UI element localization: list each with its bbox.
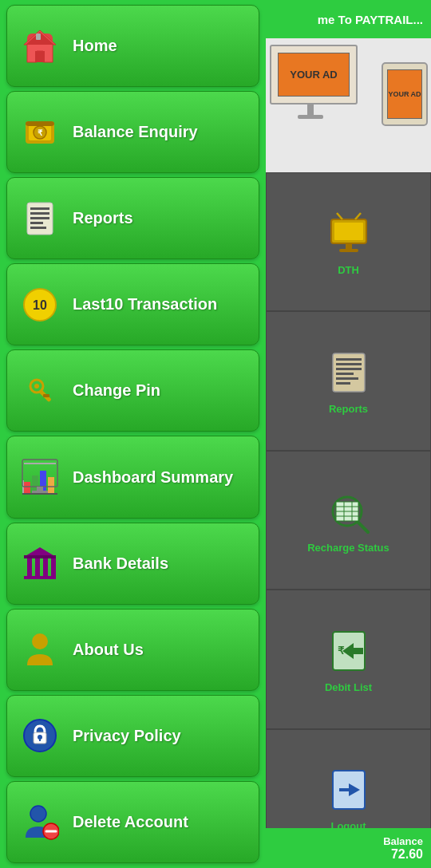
grid-item-recharge-status[interactable]: Recharge Status: [266, 451, 431, 590]
ad-banner: YOUR AD YOUR AD: [266, 38, 431, 172]
balance-bar: Balance 72.60: [266, 828, 431, 868]
svg-rect-27: [24, 463, 56, 464]
menu-item-balance-enquiry[interactable]: ₹ Balance Enquiry: [6, 91, 259, 173]
menu-item-delete-account[interactable]: Delete Account: [6, 781, 259, 863]
svg-rect-37: [24, 576, 56, 579]
svg-line-50: [355, 213, 361, 219]
svg-point-20: [34, 384, 39, 389]
menu-item-change-pin[interactable]: Change Pin: [6, 349, 259, 432]
tv-icon: [323, 208, 374, 259]
menu-item-dashboard-summary[interactable]: Dashboard Summary: [6, 436, 259, 518]
menu-item-bank-details[interactable]: Bank Details: [6, 523, 259, 605]
bank-icon: [18, 542, 61, 585]
svg-text:₹: ₹: [38, 128, 43, 137]
menu-item-privacy-policy[interactable]: Privacy Policy: [6, 695, 259, 777]
svg-rect-57: [336, 373, 354, 375]
svg-rect-36: [51, 558, 56, 576]
svg-rect-34: [35, 558, 40, 576]
menu-label-change-pin: Change Pin: [73, 381, 160, 400]
svg-rect-22: [24, 482, 30, 493]
grid-item-reports[interactable]: Reports: [266, 311, 431, 450]
svg-rect-21: [43, 394, 49, 397]
menu-label-reports: Reports: [73, 209, 133, 227]
menu-label-about-us: About Us: [73, 641, 144, 659]
balance-amount: 72.60: [274, 847, 423, 862]
debit-icon: ₹: [323, 625, 374, 677]
svg-line-49: [337, 213, 342, 219]
svg-text:10: 10: [33, 298, 47, 312]
menu-label-dashboard-summary: Dashboard Summary: [73, 468, 233, 487]
grid-items: DTH Reports: [266, 172, 431, 868]
aboutus-icon: [18, 628, 61, 671]
grid-item-debit-list[interactable]: ₹ Debit List: [266, 590, 431, 728]
svg-rect-11: [30, 207, 49, 210]
menu-label-home: Home: [73, 37, 117, 55]
reports-grid-icon: [323, 347, 374, 398]
svg-rect-48: [334, 223, 363, 240]
recharge-icon: [323, 486, 374, 537]
svg-text:₹: ₹: [338, 645, 345, 657]
home-icon: [18, 25, 61, 68]
svg-rect-4: [36, 34, 41, 40]
svg-point-44: [30, 806, 46, 822]
svg-rect-31: [32, 491, 48, 493]
grid-item-dth-label: DTH: [338, 264, 359, 276]
ad-inner: YOUR AD YOUR AD: [266, 38, 431, 172]
menu-item-reports[interactable]: Reports: [6, 177, 259, 259]
svg-rect-26: [22, 493, 57, 495]
grid-item-debit-label: Debit List: [325, 681, 372, 693]
svg-rect-52: [339, 249, 358, 252]
logout-icon: [323, 764, 374, 815]
menu-label-balance-enquiry: Balance Enquiry: [73, 123, 198, 141]
svg-point-39: [32, 633, 48, 649]
svg-rect-35: [43, 558, 48, 576]
svg-rect-30: [37, 487, 43, 491]
menu-item-about-us[interactable]: About Us: [6, 609, 259, 691]
delete-icon: [18, 800, 61, 843]
svg-rect-56: [336, 368, 362, 370]
welcome-text: me To PAYTRAIL...: [318, 13, 423, 26]
svg-rect-58: [336, 377, 358, 380]
svg-rect-51: [346, 243, 352, 250]
svg-rect-13: [30, 217, 49, 219]
menu-panel: Home ₹ Balance Enquiry Rep: [0, 0, 266, 868]
last10-icon: 10: [18, 283, 61, 326]
svg-line-61: [358, 522, 368, 532]
grid-item-recharge-label: Recharge Status: [307, 542, 389, 554]
right-panel: me To PAYTRAIL... YOUR AD YOUR AD: [266, 0, 431, 868]
menu-label-privacy-policy: Privacy Policy: [73, 727, 181, 745]
changepin-icon: [18, 369, 61, 412]
svg-rect-9: [26, 121, 54, 126]
svg-rect-2: [35, 51, 45, 62]
grid-item-dth[interactable]: DTH: [266, 172, 431, 311]
dashboard-icon: [18, 456, 61, 499]
svg-rect-33: [27, 558, 32, 576]
svg-rect-38: [24, 555, 56, 558]
menu-label-bank-details: Bank Details: [73, 554, 168, 573]
balance-icon: ₹: [18, 111, 61, 154]
svg-rect-12: [30, 212, 49, 215]
right-header: me To PAYTRAIL...: [266, 0, 431, 38]
menu-label-last10: Last10 Transaction: [73, 295, 217, 314]
svg-rect-55: [336, 363, 362, 365]
balance-label: Balance: [274, 835, 423, 847]
svg-rect-54: [336, 358, 362, 361]
reports-icon: [18, 197, 61, 240]
privacy-icon: [18, 714, 61, 757]
menu-item-last10[interactable]: 10 Last10 Transaction: [6, 263, 259, 345]
svg-rect-15: [30, 227, 46, 229]
menu-label-delete-account: Delete Account: [73, 813, 188, 831]
svg-rect-14: [30, 222, 43, 224]
svg-rect-59: [336, 382, 350, 385]
svg-rect-25: [48, 477, 54, 493]
grid-item-reports-label: Reports: [329, 403, 368, 415]
svg-rect-43: [39, 738, 41, 741]
menu-item-home[interactable]: Home: [6, 5, 259, 87]
